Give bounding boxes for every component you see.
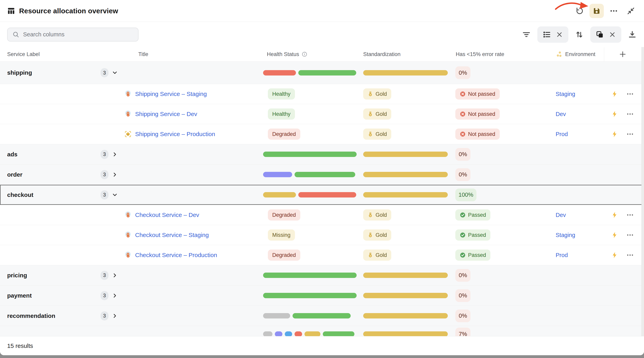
group-row[interactable]: order30% — [0, 165, 644, 185]
service-standardization-cell: Gold — [358, 245, 452, 265]
environment-link[interactable]: Dev — [556, 111, 566, 117]
lightning-icon[interactable] — [611, 131, 618, 138]
service-actions-cell — [604, 104, 641, 124]
check-badge: Passed — [455, 250, 490, 261]
lightning-icon[interactable] — [611, 90, 618, 98]
environment-link[interactable]: Prod — [556, 252, 568, 258]
download-icon[interactable] — [626, 29, 638, 40]
bar-segment-gray — [263, 331, 272, 337]
environment-link[interactable]: Staging — [556, 232, 575, 238]
more-options-icon[interactable] — [606, 4, 621, 18]
row-menu-icon[interactable] — [626, 231, 634, 239]
standardization-badge-label: Gold — [376, 91, 387, 97]
chevron-right-icon[interactable] — [112, 151, 118, 158]
resource-allocation-panel: Resource allocation overview — [0, 0, 644, 355]
chevron-right-icon[interactable] — [112, 292, 118, 299]
lightning-icon[interactable] — [611, 110, 618, 118]
clear-copy-icon[interactable] — [608, 31, 616, 38]
copy-columns-pill[interactable] — [590, 26, 621, 43]
group-count-badge: 3 — [100, 291, 108, 300]
environment-link[interactable]: Dev — [556, 212, 566, 218]
undo-icon[interactable] — [572, 4, 587, 18]
vertical-scrollbar[interactable] — [642, 47, 644, 336]
row-menu-icon[interactable] — [626, 90, 634, 98]
group-row[interactable]: ads30% — [0, 144, 644, 165]
medal-icon — [368, 111, 373, 117]
chevron-right-icon[interactable] — [112, 272, 118, 279]
search-input[interactable] — [23, 31, 133, 38]
service-title-link[interactable]: Checkout Service – Dev — [135, 212, 199, 218]
group-label-cell: pricing3 — [0, 265, 120, 285]
group-standardization-cell — [358, 62, 452, 84]
column-header-service_label[interactable]: Service Label — [0, 47, 120, 61]
bar-segment-yellow — [263, 192, 296, 197]
error-rate-badge: 0% — [455, 269, 470, 282]
medal-icon — [368, 232, 373, 238]
collapse-icon[interactable] — [624, 4, 638, 18]
group-label: shipping — [7, 69, 32, 76]
lightning-icon[interactable] — [611, 251, 618, 259]
service-title-link[interactable]: Checkout Service – Staging — [135, 232, 209, 238]
row-menu-icon[interactable] — [626, 110, 634, 118]
service-row: Shipping Service – DevHealthyGoldNot pas… — [0, 104, 644, 124]
clear-grouping-icon[interactable] — [556, 31, 563, 38]
column-header-add_column[interactable] — [604, 47, 641, 61]
group-error-cell: 0% — [452, 62, 553, 84]
environment-link[interactable]: Prod — [556, 131, 568, 138]
column-header-label: Has <15% error rate — [456, 51, 504, 57]
filter-icon[interactable] — [520, 29, 532, 40]
column-header-health[interactable]: Health Status — [261, 47, 358, 61]
group-row[interactable]: checkout3100% — [0, 185, 644, 205]
environment-link[interactable]: Staging — [556, 91, 575, 97]
group-row[interactable]: shipping30% — [0, 62, 644, 84]
check-badge-label: Not passed — [468, 131, 495, 137]
row-menu-icon[interactable] — [626, 211, 634, 219]
chevron-right-icon[interactable] — [112, 172, 118, 178]
service-check-cell: Not passed — [452, 104, 553, 124]
group-row[interactable]: payment30% — [0, 286, 644, 306]
search-box[interactable] — [7, 28, 138, 41]
column-header-label: Environment — [565, 51, 596, 57]
group-title-cell — [120, 185, 261, 205]
sort-icon[interactable] — [574, 29, 585, 40]
group-label-cell: recommendation3 — [0, 306, 120, 326]
chevron-down-icon[interactable] — [112, 192, 118, 198]
group-label-cell: shipping3 — [0, 62, 120, 84]
service-title-link[interactable]: Shipping Service – Staging — [135, 91, 207, 97]
group-row[interactable]: 7% — [0, 326, 644, 337]
standardization-bar — [363, 172, 448, 177]
bar-segment-red — [294, 331, 302, 337]
grouping-pill[interactable] — [537, 26, 568, 43]
service-title-link[interactable]: Shipping Service – Dev — [135, 111, 197, 117]
check-badge: Passed — [455, 209, 490, 220]
group-error-cell: 0% — [452, 165, 553, 184]
chevron-right-icon[interactable] — [112, 313, 118, 319]
service-environment-cell: Dev — [553, 205, 604, 225]
medal-icon — [368, 91, 373, 97]
medal-icon — [368, 131, 373, 137]
row-menu-icon[interactable] — [626, 130, 634, 138]
column-header-title[interactable]: Title — [120, 47, 261, 61]
group-actions-cell — [604, 62, 641, 84]
service-actions-cell — [604, 225, 641, 245]
group-row[interactable]: pricing30% — [0, 265, 644, 286]
check-circle-icon — [460, 212, 466, 218]
bar-segment-red — [263, 70, 296, 75]
group-row[interactable]: recommendation30% — [0, 306, 644, 326]
column-header-standardization[interactable]: Standardization — [358, 47, 452, 61]
bar-segment-green — [263, 152, 357, 157]
check-badge-label: Not passed — [468, 91, 495, 97]
save-icon[interactable] — [590, 4, 604, 18]
service-title-link[interactable]: Checkout Service – Production — [135, 252, 217, 258]
chevron-down-icon[interactable] — [112, 70, 118, 76]
standardization-badge-label: Gold — [376, 111, 387, 117]
lightning-icon[interactable] — [611, 231, 618, 239]
table-footer: 15 results — [0, 336, 644, 355]
column-header-environment[interactable]: Environment — [553, 47, 604, 61]
service-title-link[interactable]: Shipping Service – Production — [135, 131, 215, 138]
row-menu-icon[interactable] — [626, 251, 634, 259]
group-health-cell — [261, 326, 358, 337]
lightning-icon[interactable] — [611, 211, 618, 218]
column-header-error_rate[interactable]: Has <15% error rate — [452, 47, 553, 61]
standardization-badge: Gold — [363, 108, 391, 120]
